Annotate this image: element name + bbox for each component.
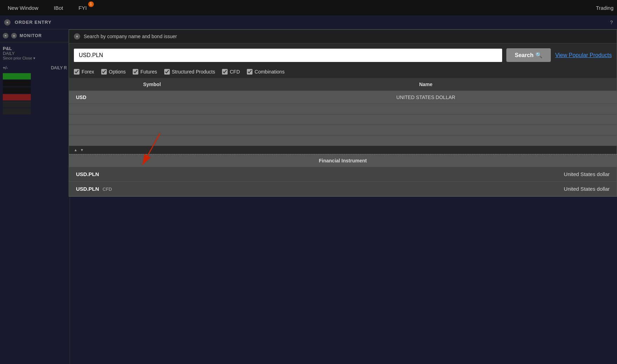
search-input[interactable] <box>74 49 502 62</box>
monitor-title: MONITOR <box>20 33 42 38</box>
filter-futures-checkbox[interactable] <box>133 69 138 75</box>
since-prior-dropdown[interactable]: Since prior Close ▾ <box>3 56 67 61</box>
filter-combinations-label: Combinations <box>255 69 285 75</box>
filter-futures[interactable]: Futures <box>133 69 157 75</box>
bar-dark-2 <box>3 108 31 114</box>
table-row[interactable]: USD UNITED STATES DOLLAR <box>69 91 617 104</box>
search-magnifier-icon: 🔍 <box>535 52 542 58</box>
bar-dark-1 <box>3 101 31 107</box>
since-prior-label: Since prior Close ▾ <box>3 56 35 61</box>
bar-black-2 <box>3 87 31 93</box>
results-table: Symbol Name USD UNITED STATES DOLLAR <box>69 78 617 146</box>
financial-instrument-rows: USD.PLN United States dollar USD.PLN CFD… <box>69 167 617 196</box>
search-input-row: Search 🔍 View Popular Products <box>69 43 617 67</box>
filter-options-checkbox[interactable] <box>101 69 107 75</box>
filter-cfd-label: CFD <box>230 69 240 75</box>
new-window-button[interactable]: New Window <box>4 4 43 12</box>
fyi-badge: 1 <box>88 1 94 7</box>
search-dialog-header: × Search by company name and bond issuer <box>69 30 617 43</box>
fi-symbol-1: USD.PLN <box>76 171 99 177</box>
daily-r-label: DAILY R <box>51 65 67 70</box>
pnl-title: P&L <box>3 46 67 51</box>
top-nav-bar: New Window IBot FYI 1 Trading <box>0 0 617 15</box>
fi-description-2: United States dollar <box>564 186 610 192</box>
search-dialog: × Search by company name and bond issuer… <box>69 29 617 197</box>
fi-cfd-badge: CFD <box>103 187 112 192</box>
empty-row-3 <box>69 125 617 135</box>
pnl-section: P&L DAILY Since prior Close ▾ <box>0 42 70 64</box>
bar-black-1 <box>3 80 31 86</box>
close-x-icon: × <box>76 34 78 38</box>
fi-symbol-text-2: USD.PLN <box>76 186 99 192</box>
filter-forex-checkbox[interactable] <box>74 69 79 75</box>
fi-symbol-2: USD.PLN CFD <box>76 186 112 192</box>
fyi-wrapper: FYI 1 <box>74 4 91 12</box>
empty-row-1 <box>69 104 617 114</box>
filter-structured-products-checkbox[interactable] <box>164 69 170 75</box>
search-dialog-close-button[interactable]: × <box>74 33 80 40</box>
search-dialog-title: Search by company name and bond issuer <box>84 34 177 39</box>
filter-forex-label: Forex <box>82 69 94 75</box>
row-symbol: USD <box>69 91 235 104</box>
search-button-label: Search <box>515 52 533 58</box>
filter-cfd-checkbox[interactable] <box>222 69 228 75</box>
plus-minus-label: +/- <box>3 65 8 70</box>
empty-row-2 <box>69 114 617 125</box>
monitor-add-icon[interactable]: + <box>11 33 17 38</box>
fi-row-1[interactable]: USD.PLN United States dollar <box>69 167 617 182</box>
bar-green-1 <box>3 73 31 79</box>
symbol-column-header: Symbol <box>69 78 235 91</box>
order-entry-close-icon[interactable]: × <box>4 19 11 26</box>
monitor-close-icon[interactable]: × <box>3 33 8 38</box>
empty-row-4 <box>69 135 617 146</box>
fi-description-1: United States dollar <box>564 171 610 177</box>
row-name: UNITED STATES DOLLAR <box>235 91 617 104</box>
main-layout: New Window IBot FYI 1 Trading × ORDER EN… <box>0 0 617 81</box>
divider-section: ▲ ▼ <box>69 146 617 154</box>
order-entry-header: × ORDER ENTRY ? <box>0 15 617 29</box>
fi-symbol-text-1: USD.PLN <box>76 171 99 177</box>
trading-label: Trading <box>596 5 613 11</box>
pnl-bars <box>0 72 70 116</box>
ibot-button[interactable]: IBot <box>50 4 68 12</box>
search-button[interactable]: Search 🔍 <box>506 48 551 62</box>
order-entry-title: ORDER ENTRY <box>15 20 51 25</box>
filter-combinations-checkbox[interactable] <box>247 69 252 75</box>
filter-structured-products[interactable]: Structured Products <box>164 69 215 75</box>
help-icon[interactable]: ? <box>610 20 613 25</box>
left-monitor-panel: × + MONITOR P&L DAILY Since prior Close … <box>0 29 70 364</box>
fi-row-2[interactable]: USD.PLN CFD United States dollar <box>69 182 617 196</box>
financial-instrument-header: Financial Instrument <box>69 154 617 167</box>
bar-red-1 <box>3 94 31 100</box>
filter-combinations[interactable]: Combinations <box>247 69 285 75</box>
divider-down-arrow-icon[interactable]: ▼ <box>80 148 84 152</box>
pnl-summary-row: +/- DAILY R <box>0 64 70 72</box>
filter-row: Forex Options Futures Structured Product… <box>69 67 617 78</box>
filter-options[interactable]: Options <box>101 69 126 75</box>
view-popular-products-link[interactable]: View Popular Products <box>555 52 612 58</box>
filter-structured-products-label: Structured Products <box>172 69 215 75</box>
results-table-header-row: Symbol Name <box>69 78 617 91</box>
daily-label: DAILY <box>3 51 67 56</box>
divider-up-arrow-icon[interactable]: ▲ <box>74 148 77 152</box>
filter-futures-label: Futures <box>140 69 157 75</box>
monitor-header: × + MONITOR <box>0 29 70 42</box>
filter-forex[interactable]: Forex <box>74 69 94 75</box>
filter-cfd[interactable]: CFD <box>222 69 240 75</box>
name-column-header: Name <box>235 78 617 91</box>
filter-options-label: Options <box>109 69 126 75</box>
